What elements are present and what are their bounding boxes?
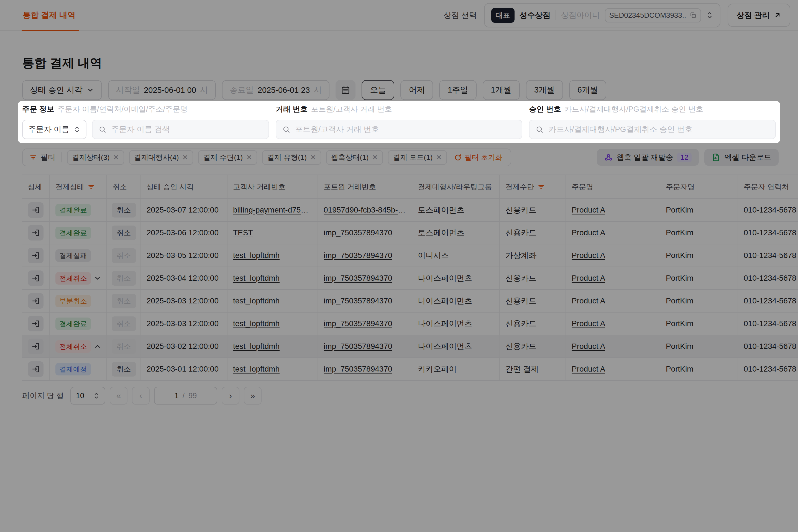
app-root: 통합 결제 내역 상점 선택 대표 성수상점 상점아이디 SED02345DCO…: [0, 0, 798, 532]
search-group-hint: 카드사/결제대행사/PG결제취소 승인 번호: [565, 104, 703, 114]
search-group-label: 거래 번호 포트원/고객사 거래 번호: [276, 104, 522, 114]
search-group-hint: 주문자 이름/연락처/이메일/주소/주문명: [58, 104, 188, 114]
order-search-field-value: 주문자 이름: [28, 124, 69, 135]
search-icon: [282, 125, 290, 134]
approval-search-input-wrap: [529, 120, 776, 139]
search-group-transaction-number: 거래 번호 포트원/고객사 거래 번호: [276, 104, 522, 139]
transaction-search-input[interactable]: [294, 125, 516, 134]
search-group-label: 승인 번호 카드사/결제대행사/PG결제취소 승인 번호: [529, 104, 776, 114]
search-icon: [536, 125, 543, 134]
search-group-hint: 포트원/고객사 거래 번호: [311, 104, 392, 114]
search-group-title: 주문 정보: [22, 104, 54, 114]
search-group-title: 승인 번호: [529, 104, 561, 114]
search-group-title: 거래 번호: [276, 104, 308, 114]
search-icon: [99, 125, 107, 134]
chevron-updown-icon: [74, 126, 80, 133]
dim-overlay: [0, 0, 798, 532]
search-panel: 주문 정보 주문자 이름/연락처/이메일/주소/주문명 주문자 이름: [18, 101, 780, 143]
order-search-input[interactable]: [111, 125, 262, 134]
transaction-search-input-wrap: [276, 120, 522, 139]
order-search-field-select[interactable]: 주문자 이름: [22, 120, 87, 139]
search-group-approval-number: 승인 번호 카드사/결제대행사/PG결제취소 승인 번호: [529, 104, 776, 139]
order-search-input-wrap: [92, 120, 269, 139]
search-group-label: 주문 정보 주문자 이름/연락처/이메일/주소/주문명: [22, 104, 269, 114]
search-group-order-info: 주문 정보 주문자 이름/연락처/이메일/주소/주문명 주문자 이름: [22, 104, 269, 139]
approval-search-input[interactable]: [548, 125, 769, 134]
